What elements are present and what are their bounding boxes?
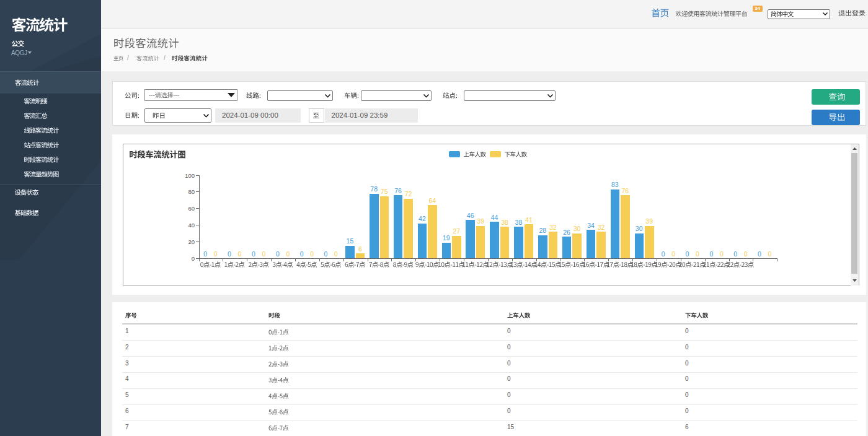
svg-text:19: 19 [443, 234, 450, 242]
svg-text:0: 0 [720, 250, 724, 258]
svg-text:32: 32 [598, 224, 605, 231]
svg-text:0: 0 [758, 250, 761, 258]
svg-text:0: 0 [768, 250, 772, 258]
svg-text:40: 40 [188, 222, 195, 229]
svg-text:0: 0 [685, 250, 689, 258]
svg-text:38: 38 [515, 219, 523, 226]
svg-text:30: 30 [574, 225, 581, 232]
svg-text:76: 76 [394, 187, 402, 194]
svg-text:0: 0 [334, 250, 338, 258]
svg-text:6: 6 [358, 245, 362, 253]
svg-text:27: 27 [453, 227, 460, 235]
svg-text:44: 44 [491, 214, 498, 221]
svg-text:0: 0 [671, 250, 675, 258]
svg-text:46: 46 [467, 212, 474, 219]
svg-text:20: 20 [188, 238, 195, 245]
svg-text:39: 39 [645, 217, 653, 225]
svg-text:0: 0 [696, 250, 699, 258]
svg-text:0: 0 [276, 250, 280, 258]
svg-text:38: 38 [501, 219, 508, 226]
svg-text:42: 42 [418, 215, 426, 222]
svg-text:15: 15 [347, 237, 354, 245]
svg-text:32: 32 [549, 224, 557, 231]
svg-text:41: 41 [525, 216, 533, 224]
svg-text:0: 0 [238, 250, 242, 258]
svg-text:0: 0 [744, 250, 748, 258]
svg-text:0: 0 [228, 250, 231, 258]
svg-text:0: 0 [203, 250, 207, 258]
svg-text:34: 34 [587, 222, 595, 229]
svg-text:60: 60 [188, 205, 195, 212]
svg-text:78: 78 [370, 185, 378, 193]
svg-text:0: 0 [662, 250, 665, 258]
svg-text:0: 0 [252, 250, 255, 258]
svg-text:75: 75 [381, 188, 388, 195]
svg-text:0: 0 [214, 250, 218, 258]
svg-text:0: 0 [192, 255, 195, 262]
svg-text:100: 100 [185, 172, 195, 179]
svg-text:0: 0 [733, 250, 737, 258]
svg-text:80: 80 [188, 188, 195, 195]
svg-text:0: 0 [286, 250, 290, 258]
svg-text:26: 26 [563, 229, 570, 236]
svg-text:0: 0 [300, 250, 304, 258]
svg-text:64: 64 [429, 197, 436, 204]
svg-text:72: 72 [405, 190, 412, 198]
svg-text:76: 76 [621, 187, 629, 194]
svg-text:0: 0 [262, 250, 265, 258]
svg-text:28: 28 [539, 227, 546, 234]
svg-text:0: 0 [324, 250, 328, 258]
svg-text:39: 39 [477, 217, 484, 225]
svg-text:0: 0 [310, 250, 314, 258]
svg-text:30: 30 [636, 225, 643, 232]
svg-text:83: 83 [611, 181, 619, 188]
svg-text:0: 0 [709, 250, 713, 258]
